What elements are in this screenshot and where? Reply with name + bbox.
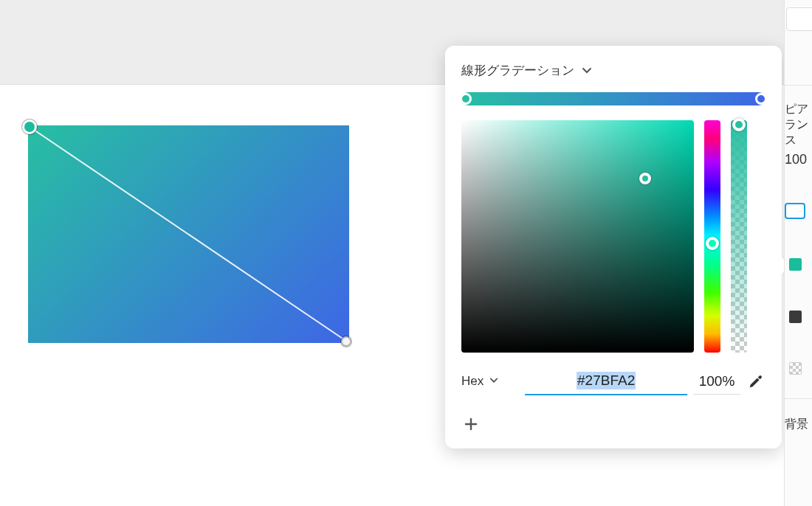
opacity-value: 100 <box>785 152 807 167</box>
hex-value: #27BFA2 <box>577 372 636 389</box>
gradient-stop-start[interactable] <box>460 93 472 105</box>
gradient-end-handle[interactable] <box>341 336 351 347</box>
chevron-down-icon <box>489 374 498 389</box>
chevron-down-icon <box>582 66 592 76</box>
color-format-dropdown[interactable]: Hex <box>461 374 498 389</box>
divider <box>785 398 812 399</box>
blend-mode-chip[interactable] <box>785 203 805 219</box>
panel-input[interactable] <box>786 7 812 31</box>
hex-input[interactable]: #27BFA2 <box>525 367 687 395</box>
saturation-value-cursor[interactable] <box>639 173 651 184</box>
fill-swatch[interactable] <box>789 258 802 271</box>
opacity-input[interactable] <box>693 369 740 395</box>
transparent-swatch[interactable] <box>789 362 802 375</box>
color-picker-popup: 線形グラデーション Hex #27BFA2 <box>445 46 782 448</box>
hue-cursor[interactable] <box>706 237 719 250</box>
gradient-type-label: 線形グラデーション <box>461 62 574 79</box>
gradient-start-handle[interactable] <box>22 119 37 134</box>
appearance-label: ピアランス <box>785 102 812 148</box>
alpha-cursor[interactable] <box>732 118 746 131</box>
gradient-stop-end[interactable] <box>755 93 767 105</box>
gradient-type-dropdown[interactable]: 線形グラデーション <box>461 62 765 79</box>
eyedropper-button[interactable] <box>746 372 765 391</box>
hue-slider[interactable] <box>704 120 720 353</box>
properties-panel: ピアランス 100 背景 <box>784 0 812 506</box>
stroke-swatch[interactable] <box>789 311 802 323</box>
gradient-stop-bar[interactable] <box>461 92 765 105</box>
saturation-value-picker[interactable] <box>461 120 694 353</box>
background-label: 背景 <box>785 417 808 432</box>
divider <box>785 85 812 86</box>
color-format-label: Hex <box>461 374 484 389</box>
gradient-rectangle[interactable] <box>28 125 349 343</box>
alpha-slider[interactable] <box>731 120 747 353</box>
add-color-button[interactable] <box>461 415 481 434</box>
